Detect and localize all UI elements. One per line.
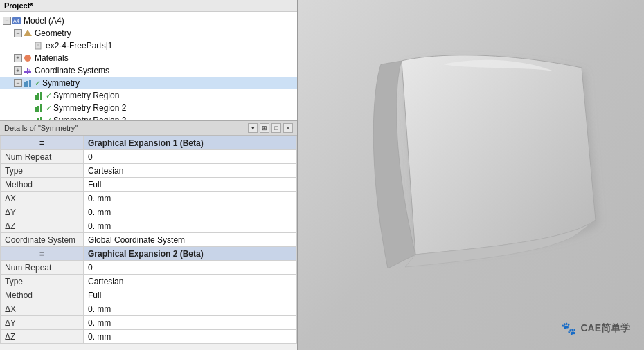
check-icon: ✓ <box>35 77 41 89</box>
prop-name: ΔY <box>1 205 84 219</box>
tree-row-symmetry[interactable]: −✓Symmetry <box>0 77 297 89</box>
prop-name: Coordinate System <box>1 233 84 247</box>
tree-icon-mat <box>22 53 33 64</box>
svg-text:A4: A4 <box>13 19 19 24</box>
tree-label-symmetry: Symmetry <box>42 77 80 89</box>
detail-row: MethodFull <box>1 288 297 302</box>
prop-name: Type <box>1 164 84 178</box>
section-header-ge1: =Graphical Expansion 1 (Beta) <box>1 136 297 150</box>
close-button[interactable]: × <box>283 123 293 133</box>
tree-icon-coord: × <box>22 65 33 76</box>
section-marker: = <box>1 247 84 261</box>
svg-rect-13 <box>35 95 37 100</box>
prop-value[interactable]: 0. mm <box>84 316 297 330</box>
detail-row: ΔX0. mm <box>1 302 297 316</box>
tree-title-bar: Project* <box>0 0 297 12</box>
watermark-icon: 🐾 <box>561 321 576 336</box>
tree-wrapper: −A4Model (A4)−Geometryex2-4-FreeParts|1+… <box>0 12 297 120</box>
tree-icon-sym-region <box>33 102 44 113</box>
section-header-ge2: =Graphical Expansion 2 (Beta) <box>1 247 297 261</box>
tree-label-materials: Materials <box>35 53 69 64</box>
prop-name: ΔX <box>1 302 84 316</box>
details-section: Details of "Symmetry" ▾ ⊞ □ × =Graphical… <box>0 121 297 350</box>
svg-rect-12 <box>29 80 31 87</box>
svg-marker-2 <box>24 30 32 36</box>
svg-rect-21 <box>40 117 42 120</box>
right-panel: 🐾 CAE简单学 <box>298 0 644 350</box>
prop-value[interactable]: 0. mm <box>84 302 297 316</box>
tree-toggle[interactable] <box>25 91 33 100</box>
prop-name: Num Repeat <box>1 150 84 164</box>
tree-title: Project* <box>4 1 33 10</box>
svg-text:×: × <box>28 68 30 72</box>
detail-row: Num Repeat0 <box>1 150 297 164</box>
svg-rect-10 <box>24 82 26 87</box>
tree-label-freeparts: ex2-4-FreeParts|1 <box>46 40 113 51</box>
restore-button[interactable]: □ <box>271 123 281 133</box>
prop-value[interactable]: 0 <box>84 261 297 275</box>
tree-row-sym2[interactable]: ✓Symmetry Region 2 <box>0 102 297 114</box>
tree-label-sym3: Symmetry Region 3 <box>53 115 126 120</box>
prop-value[interactable]: Global Coordinate System <box>84 233 297 247</box>
tree-row-materials[interactable]: +Materials <box>0 52 297 64</box>
section-marker: = <box>1 136 84 150</box>
details-table-wrapper[interactable]: =Graphical Expansion 1 (Beta)Num Repeat0… <box>0 136 297 350</box>
tree-row-coord[interactable]: +×Coordinate Systems <box>0 64 297 77</box>
prop-value[interactable]: 0. mm <box>84 205 297 219</box>
prop-value[interactable]: Full <box>84 288 297 302</box>
tree-toggle[interactable]: − <box>14 79 22 87</box>
tree-row-sym3[interactable]: ✓Symmetry Region 3 <box>0 114 297 120</box>
tree-toggle[interactable]: − <box>14 29 22 37</box>
tree-row-geometry[interactable]: −Geometry <box>0 27 297 39</box>
section-header-label: Graphical Expansion 1 (Beta) <box>84 136 297 150</box>
expand-button[interactable]: ⊞ <box>260 123 269 133</box>
prop-value[interactable]: 0. mm <box>84 219 297 233</box>
tree-content[interactable]: −A4Model (A4)−Geometryex2-4-FreeParts|1+… <box>0 12 297 120</box>
prop-value[interactable]: Cartesian <box>84 275 297 288</box>
prop-value[interactable]: 0 <box>84 150 297 164</box>
tree-toggle[interactable]: + <box>14 66 22 75</box>
check-icon: ✓ <box>46 102 52 113</box>
tree-row-sym1[interactable]: ✓Symmetry Region <box>0 89 297 102</box>
shape-main-face <box>402 55 596 255</box>
detail-row: ΔY0. mm <box>1 316 297 330</box>
tree-icon-sym <box>22 77 33 89</box>
tree-toggle[interactable]: − <box>3 17 11 25</box>
pin-button[interactable]: ▾ <box>248 123 258 133</box>
svg-rect-18 <box>40 104 42 112</box>
prop-name: ΔZ <box>1 219 84 233</box>
detail-row: Coordinate SystemGlobal Coordinate Syste… <box>1 233 297 247</box>
detail-row: ΔZ0. mm <box>1 219 297 233</box>
tree-toggle[interactable]: + <box>14 54 22 62</box>
detail-row: ΔZ0. mm <box>1 330 297 344</box>
left-panel: Project* −A4Model (A4)−Geometryex2-4-Fre… <box>0 0 298 350</box>
detail-row: Num Repeat0 <box>1 261 297 275</box>
tree-toggle[interactable] <box>25 116 33 120</box>
prop-name: ΔZ <box>1 330 84 344</box>
details-title: Details of "Symmetry" <box>4 124 78 132</box>
3d-shape-svg <box>360 40 623 289</box>
prop-name: Method <box>1 178 84 192</box>
tree-toggle[interactable] <box>25 104 33 112</box>
svg-rect-17 <box>37 106 39 112</box>
tree-icon-sym-region <box>33 115 44 120</box>
prop-value[interactable]: Cartesian <box>84 164 297 178</box>
tree-section: Project* −A4Model (A4)−Geometryex2-4-Fre… <box>0 0 297 121</box>
3d-shape-container <box>353 21 630 308</box>
svg-rect-14 <box>37 93 39 100</box>
watermark: 🐾 CAE简单学 <box>561 321 630 336</box>
tree-label-model: Model (A4) <box>24 15 64 26</box>
tree-label-sym2: Symmetry Region 2 <box>53 102 126 113</box>
tree-row-model[interactable]: −A4Model (A4) <box>0 15 297 27</box>
detail-row: MethodFull <box>1 178 297 192</box>
prop-value[interactable]: 0. mm <box>84 192 297 205</box>
detail-row: ΔX0. mm <box>1 192 297 205</box>
tree-toggle[interactable] <box>25 42 33 50</box>
prop-value[interactable]: Full <box>84 178 297 192</box>
detail-row: TypeCartesian <box>1 275 297 288</box>
prop-name: ΔY <box>1 316 84 330</box>
watermark-text: CAE简单学 <box>580 322 630 335</box>
tree-row-freeparts[interactable]: ex2-4-FreeParts|1 <box>0 39 297 52</box>
prop-value[interactable]: 0. mm <box>84 330 297 344</box>
svg-rect-20 <box>37 118 39 120</box>
